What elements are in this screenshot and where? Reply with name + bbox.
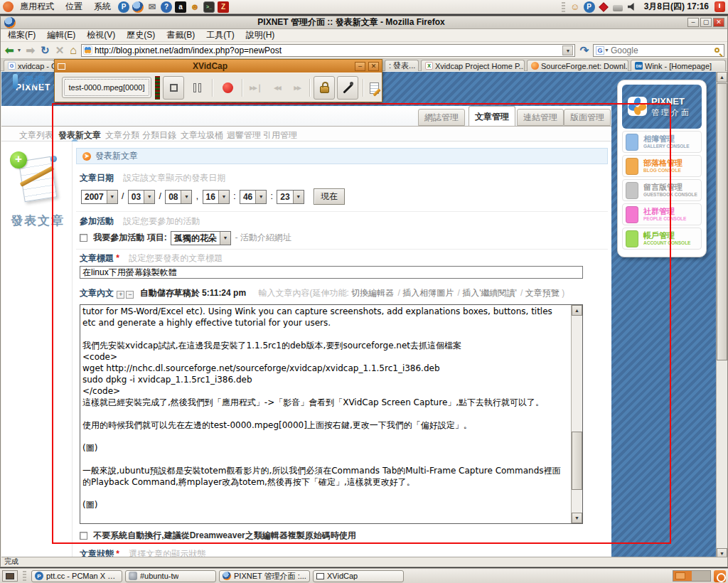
workspace-1[interactable]	[673, 571, 692, 581]
chevron-down-icon[interactable]: ▼	[181, 191, 191, 203]
tab-sourceforge[interactable]: SourceForge.net: Downl...	[527, 60, 628, 71]
minute-select[interactable]: 46▼	[240, 190, 267, 204]
chevron-down-icon[interactable]: ▼	[218, 191, 229, 203]
applications-menu[interactable]: 應用程式	[15, 0, 59, 14]
event-select[interactable]: 孤獨的花朵▼	[171, 231, 231, 245]
system-menu[interactable]: 系統	[89, 0, 116, 14]
search-input[interactable]	[611, 46, 713, 55]
hour-select[interactable]: 16▼	[203, 190, 230, 204]
sidebar-item-people[interactable]: 社群管理 PEOPLE CONSOLE	[622, 203, 702, 225]
tab-layout-admin[interactable]: 版面管理	[564, 109, 611, 126]
view-menu[interactable]: 檢視(V)	[81, 29, 121, 41]
new-post-icon[interactable]: +	[13, 153, 60, 207]
help-menu[interactable]: 說明(H)	[240, 29, 281, 41]
search-box[interactable]: G ▼	[593, 44, 724, 57]
search-magnifier-icon[interactable]	[714, 48, 719, 53]
gaim-tray-icon[interactable]: ☺	[569, 1, 581, 13]
mail-icon[interactable]: ✉	[146, 1, 158, 13]
gem-tray-icon[interactable]	[599, 2, 609, 12]
insert-photo-link[interactable]: 插入相簿圖片	[402, 288, 454, 298]
event-info-link[interactable]: - 活動介紹網址	[235, 232, 291, 242]
pixnet-launcher-icon[interactable]: P	[118, 1, 129, 13]
textarea-scrollbar[interactable]: ▲ ▼	[571, 305, 582, 523]
expand-icon[interactable]: +	[117, 291, 124, 299]
tab-blog-admin[interactable]: 網誌管理	[418, 109, 465, 126]
terminal-icon[interactable]	[203, 1, 215, 13]
tab-xvidcap-search[interactable]: G xvidcap - G...	[4, 60, 55, 71]
stop-button[interactable]: ✕	[54, 45, 66, 56]
workspace-switcher[interactable]	[673, 570, 711, 582]
insert-readmore-link[interactable]: 插入'繼續閱讀'	[462, 288, 517, 298]
chevron-down-icon[interactable]: ▼	[220, 232, 230, 245]
scrollbar-thumb[interactable]	[717, 83, 727, 360]
stop-button[interactable]	[163, 76, 184, 100]
close-button[interactable]: ✕	[368, 62, 379, 71]
power-button[interactable]	[714, 1, 725, 12]
xvidcap-title-bar[interactable]: XVidCap – ✕	[55, 60, 382, 73]
sidebar-item-account[interactable]: 帳戶管理 ACCOUNT CONSOLE	[622, 228, 702, 250]
scroll-down-icon[interactable]: ▼	[572, 513, 582, 523]
trash-icon[interactable]	[714, 570, 726, 582]
history-menu[interactable]: 歷史(S)	[121, 29, 161, 41]
filezilla-icon[interactable]: Z	[218, 1, 229, 13]
subnav-category-index[interactable]: 分類目錄	[142, 129, 176, 141]
title-bar[interactable]: PIXNET 管理介面 :: 發表新文章 - Mozilla Firefox –…	[1, 16, 727, 29]
year-select[interactable]: 2007▼	[81, 190, 118, 204]
new-post-label[interactable]: 發表文章	[11, 213, 65, 229]
scrollbar-thumb[interactable]	[572, 432, 582, 490]
url-history-dropdown-icon[interactable]: ▼	[562, 46, 573, 55]
edit-button[interactable]	[366, 76, 382, 100]
preview-link[interactable]: 文章預覽	[525, 288, 560, 298]
close-button[interactable]: ✕	[713, 18, 724, 27]
chevron-down-icon[interactable]: ▼	[293, 191, 304, 203]
rewind-button[interactable]: ◂◂	[267, 76, 288, 100]
home-button[interactable]: ⌂	[68, 45, 78, 56]
collapse-icon[interactable]: −	[126, 291, 134, 299]
clock[interactable]: 3月8日(四) 17:16	[640, 1, 713, 13]
step-frame-button[interactable]: ▸▸❘	[245, 76, 267, 100]
forward-button[interactable]: ➡	[25, 45, 37, 56]
sidebar-item-blog[interactable]: 部落格管理 BLOG CONSOLE	[622, 155, 702, 177]
help-icon[interactable]: ?	[161, 1, 172, 13]
area-picker-button[interactable]	[337, 76, 358, 100]
event-checkbox[interactable]	[80, 234, 87, 242]
taskbar-handle[interactable]	[23, 571, 26, 581]
places-menu[interactable]: 位置	[60, 0, 87, 14]
sidebar-item-guestbook[interactable]: 留言版管理 GUESTBOOK CONSOLE	[622, 179, 702, 201]
day-select[interactable]: 08▼	[165, 190, 192, 204]
second-select[interactable]: 23▼	[277, 190, 304, 204]
forward-button[interactable]: ▸▸	[287, 76, 308, 100]
scroll-up-icon[interactable]: ▲	[717, 72, 727, 82]
pixnet-tray-icon[interactable]: P	[584, 1, 595, 13]
record-button[interactable]	[217, 76, 238, 100]
subnav-new-post[interactable]: 發表新文章	[58, 129, 101, 141]
url-input[interactable]	[95, 46, 563, 55]
chevron-down-icon[interactable]: ▼	[144, 191, 154, 203]
subnav-trash[interactable]: 文章垃圾桶	[181, 129, 223, 141]
show-desktop-button[interactable]	[2, 570, 18, 582]
tab-article-admin[interactable]: 文章管理	[469, 106, 515, 127]
event-checkbox-label[interactable]: 我要參加活動 項目:	[93, 232, 166, 242]
chevron-down-icon[interactable]: ▼	[107, 191, 117, 203]
reload-button[interactable]: ↻	[39, 45, 51, 56]
subnav-comments[interactable]: 迴響管理	[227, 129, 261, 141]
back-button[interactable]: ⬅	[4, 45, 16, 56]
printer-tray-icon[interactable]	[613, 5, 623, 11]
url-bar[interactable]: ▼	[81, 44, 576, 57]
taskbar-button-xvidcap[interactable]: XVidCap	[313, 570, 404, 582]
month-select[interactable]: 03▼	[128, 190, 155, 204]
post-title-input[interactable]	[80, 266, 583, 279]
bookmarks-menu[interactable]: 書籤(B)	[161, 29, 200, 41]
sidebar-item-gallery[interactable]: 相簿管理 GALLERY CONSOLE	[622, 131, 702, 153]
tab-links-admin[interactable]: 連結管理	[517, 109, 564, 126]
tab-xvidcap-home[interactable]: X Xvidcap Project Home P...	[421, 60, 525, 71]
back-dropdown-icon[interactable]: ▼	[17, 48, 22, 53]
workspace-2[interactable]	[692, 571, 710, 581]
minimize-button[interactable]: –	[355, 62, 365, 71]
tools-menu[interactable]: 工具(T)	[200, 29, 240, 41]
taskbar-button-pcmanx[interactable]: P ptt.cc - PCMan X 0…	[31, 570, 122, 582]
chevron-down-icon[interactable]: ▼	[255, 191, 266, 203]
page-scrollbar[interactable]: ▲ ▼	[716, 72, 727, 559]
subnav-article-list[interactable]: 文章列表	[19, 129, 53, 141]
switch-editor-link[interactable]: 切換編輯器	[351, 288, 394, 298]
